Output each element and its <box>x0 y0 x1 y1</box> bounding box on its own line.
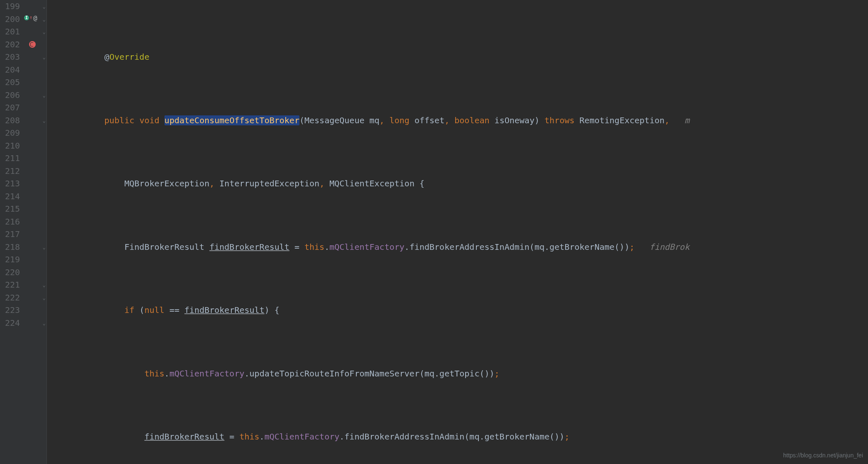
code-area[interactable]: @Override public void updateConsumeOffse… <box>47 0 868 464</box>
line-numbers: 1992002012022032042052062072082092102112… <box>0 0 23 464</box>
line-number[interactable]: 219 <box>0 253 20 266</box>
override-icon[interactable]: I <box>24 15 29 20</box>
inlay-hint: findBrok <box>650 242 689 252</box>
fold-toggle-icon[interactable]: ⌄ <box>42 245 47 250</box>
fold-toggle-icon[interactable]: ⌄ <box>42 295 47 300</box>
fold-toggle-icon[interactable]: ⌄ <box>42 29 47 34</box>
code-line[interactable]: findBrokerResult = this.mQClientFactory.… <box>64 430 868 443</box>
line-number[interactable]: 212 <box>0 165 20 178</box>
code-line-breakpoint[interactable]: FindBrokerResult findBrokerResult = this… <box>64 241 868 254</box>
code-line[interactable]: if (null == findBrokerResult) { <box>64 304 868 317</box>
line-number[interactable]: 199 <box>0 0 20 13</box>
line-number[interactable]: 202 <box>0 38 20 51</box>
line-number[interactable]: 203 <box>0 51 20 63</box>
fold-toggle-icon[interactable]: ⌄ <box>42 4 47 9</box>
line-number[interactable]: 216 <box>0 215 20 228</box>
fold-toggle-icon[interactable]: ⌄ <box>42 283 47 288</box>
gutter: 1992002012022032042052062072082092102112… <box>0 0 47 464</box>
watermark: https://blog.csdn.net/jianjun_fei <box>783 449 863 462</box>
line-number[interactable]: 200 <box>0 13 20 26</box>
fold-toggle-icon[interactable]: ⌄ <box>42 118 47 123</box>
fold-toggle-icon[interactable]: ⌄ <box>42 93 47 98</box>
line-number[interactable]: 221 <box>0 278 20 291</box>
line-number[interactable]: 206 <box>0 89 20 102</box>
breakpoint-icon[interactable] <box>29 41 36 48</box>
line-number[interactable]: 214 <box>0 190 20 203</box>
line-number[interactable]: 204 <box>0 63 20 76</box>
line-number[interactable]: 207 <box>0 101 20 114</box>
line-number[interactable]: 211 <box>0 152 20 165</box>
code-line[interactable]: this.mQClientFactory.updateTopicRouteInf… <box>64 367 868 380</box>
line-number[interactable]: 208 <box>0 114 20 127</box>
line-number[interactable]: 213 <box>0 177 20 190</box>
line-number[interactable]: 205 <box>0 76 20 89</box>
line-number[interactable]: 215 <box>0 203 20 215</box>
line-number[interactable]: 224 <box>0 317 20 330</box>
method-declaration: updateConsumeOffsetToBroker <box>164 115 299 125</box>
fold-column: ⌄⌄⌄⌄⌄⌄⌄⌄⌄⌄ <box>41 0 47 464</box>
up-arrow-icon: ↑ <box>29 15 32 20</box>
code-line[interactable]: public void updateConsumeOffsetToBroker(… <box>64 114 868 127</box>
annotation: Override <box>109 52 149 62</box>
line-number[interactable]: 218 <box>0 241 20 254</box>
line-number[interactable]: 220 <box>0 266 20 279</box>
line-number[interactable]: 223 <box>0 304 20 317</box>
gutter-icons: I ↑ @ <box>23 0 41 464</box>
fold-toggle-icon[interactable]: ⌄ <box>42 55 47 60</box>
line-number[interactable]: 201 <box>0 25 20 38</box>
code-line[interactable]: @Override <box>64 51 868 63</box>
line-number[interactable]: 209 <box>0 127 20 139</box>
at-icon: @ <box>33 15 37 22</box>
line-number[interactable]: 217 <box>0 228 20 241</box>
code-line[interactable]: MQBrokerException, InterruptedException,… <box>64 177 868 190</box>
line-number[interactable]: 210 <box>0 139 20 152</box>
fold-toggle-icon[interactable]: ⌄ <box>42 321 47 326</box>
fold-toggle-icon[interactable]: ⌄ <box>42 17 47 22</box>
line-number[interactable]: 222 <box>0 291 20 304</box>
